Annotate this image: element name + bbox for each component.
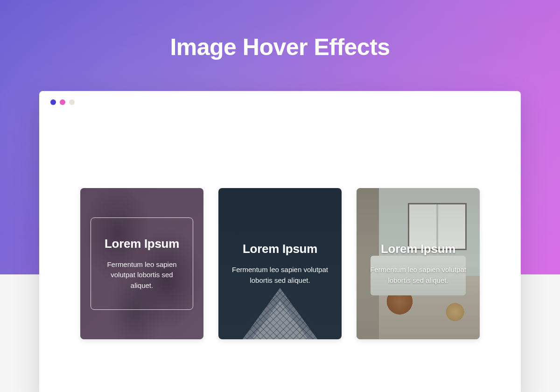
browser-titlebar: [39, 91, 521, 113]
card-content-framed: Lorem Ipsum Fermentum leo sapien volutpa…: [91, 217, 193, 310]
hover-card-1[interactable]: Lorem Ipsum Fermentum leo sapien volutpa…: [80, 188, 203, 339]
window-dot-close[interactable]: [50, 99, 56, 105]
page-title: Image Hover Effects: [0, 0, 560, 61]
card-title: Lorem Ipsum: [366, 242, 470, 256]
browser-window: Lorem Ipsum Fermentum leo sapien volutpa…: [39, 91, 521, 392]
card-description: Fermentum leo sapien volutpat lobortis s…: [102, 259, 182, 291]
hover-card-3[interactable]: Lorem Ipsum Fermentum leo sapien volutpa…: [357, 188, 480, 339]
window-dot-minimize[interactable]: [60, 99, 65, 105]
card-description: Fermentum leo sapien volutpat lobortis s…: [366, 265, 470, 286]
card-description: Fermentum leo sapien volutpat lobortis s…: [228, 265, 332, 286]
card-title: Lorem Ipsum: [102, 237, 182, 251]
card-title: Lorem Ipsum: [228, 242, 332, 256]
hover-card-2[interactable]: Lorem Ipsum Fermentum leo sapien volutpa…: [218, 188, 342, 339]
window-dot-maximize[interactable]: [69, 99, 75, 105]
card-content: Lorem Ipsum Fermentum leo sapien volutpa…: [218, 232, 342, 295]
card-content: Lorem Ipsum Fermentum leo sapien volutpa…: [357, 232, 480, 295]
card-grid: Lorem Ipsum Fermentum leo sapien volutpa…: [39, 113, 521, 339]
